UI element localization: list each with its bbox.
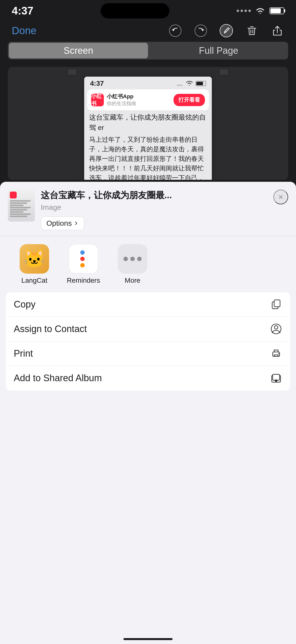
preview-area: 4:37	[8, 67, 288, 180]
svg-point-6	[181, 85, 182, 86]
svg-rect-14	[273, 374, 280, 380]
more-label: More	[125, 276, 140, 284]
svg-rect-11	[273, 352, 280, 356]
shared-album-label: Add to Shared Album	[14, 373, 102, 384]
notif-app-sub: 你的生活指南	[107, 100, 171, 107]
assign-contact-label: Assign to Contact	[14, 324, 87, 334]
home-indicator	[123, 638, 173, 640]
toolbar-icons	[168, 24, 284, 38]
status-bar: 4:37	[0, 0, 296, 20]
langcat-label: LangCat	[21, 276, 47, 284]
copy-label: Copy	[14, 299, 35, 310]
signal-icon	[237, 10, 251, 12]
shared-album-icon	[270, 372, 282, 384]
close-button[interactable]	[274, 190, 288, 204]
svg-point-1	[195, 25, 207, 36]
shared-album-action[interactable]: Add to Shared Album	[6, 366, 290, 390]
notif-body: 马上过年了，又到了纷纷走街串巷的日子，上海的冬天，真的是魔法攻击，裹得再厚一出门…	[84, 133, 212, 180]
reminders-icon	[69, 244, 98, 274]
app-item-more[interactable]: More	[108, 244, 157, 284]
share-subtitle: Image	[41, 203, 268, 212]
langcat-icon: 🐱	[20, 244, 49, 274]
apps-row: 🐱 LangCat	[0, 236, 296, 292]
fullpage-tab[interactable]: Full Page	[149, 42, 288, 60]
app-item-langcat[interactable]: 🐱 LangCat	[10, 244, 59, 284]
share-thumbnail	[8, 190, 35, 222]
svg-point-5	[180, 85, 181, 86]
svg-point-4	[178, 85, 179, 86]
print-label: Print	[14, 348, 33, 359]
notif-app-name: 小红书App	[107, 93, 171, 100]
dynamic-island	[101, 3, 169, 18]
copy-action[interactable]: Copy	[6, 292, 290, 317]
open-button: 打开看看	[174, 94, 205, 106]
print-icon	[270, 347, 282, 360]
done-button[interactable]: Done	[12, 25, 36, 36]
assign-contact-icon	[270, 323, 282, 335]
toolbar: Done	[0, 20, 296, 42]
svg-point-12	[278, 353, 279, 354]
notif-content: 这台宝藏车，让你成为朋友圈最炫的自驾 er	[84, 112, 212, 133]
app-item-reminders[interactable]: Reminders	[59, 244, 108, 284]
svg-point-0	[169, 25, 181, 36]
delete-button[interactable]	[245, 24, 259, 38]
redo-button[interactable]	[194, 24, 208, 38]
copy-icon	[270, 298, 282, 310]
segment-control: Screen Full Page	[8, 42, 288, 60]
more-icon	[118, 244, 147, 274]
svg-point-3	[177, 85, 178, 86]
options-button[interactable]: Options	[41, 216, 84, 230]
screen-tab[interactable]: Screen	[9, 43, 148, 58]
wifi-icon	[255, 7, 266, 15]
undo-button[interactable]	[168, 24, 182, 38]
actions-section: Copy Assign to Contact Print	[6, 292, 290, 390]
inner-status-time: 4:37	[90, 80, 104, 88]
assign-contact-action[interactable]: Assign to Contact	[6, 317, 290, 342]
share-button[interactable]	[271, 24, 284, 38]
svg-point-10	[275, 326, 278, 329]
home-indicator-area	[0, 390, 296, 405]
battery-icon	[270, 7, 284, 14]
share-title: 这台宝藏车，让你成为朋友圈最...	[41, 190, 268, 201]
svg-point-2	[220, 24, 233, 37]
share-info: 这台宝藏车，让你成为朋友圈最... Image Options	[41, 190, 268, 230]
share-header: 这台宝藏车，让你成为朋友圈最... Image Options	[0, 182, 296, 236]
reminders-label: Reminders	[67, 276, 100, 284]
status-time: 4:37	[12, 5, 33, 17]
xiaohongshu-icon: 小红书	[91, 94, 104, 106]
svg-rect-8	[274, 300, 280, 307]
markup-button[interactable]	[219, 24, 233, 38]
print-action[interactable]: Print	[6, 342, 290, 366]
screenshot-preview: 4:37	[84, 77, 212, 180]
share-sheet: 这台宝藏车，让你成为朋友圈最... Image Options 🐱 LangCa…	[0, 182, 296, 644]
status-right	[237, 7, 284, 15]
